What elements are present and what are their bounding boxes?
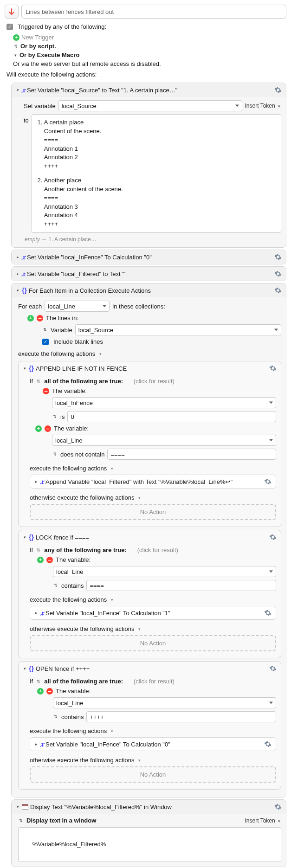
triggered-checkbox[interactable]: ✓: [6, 24, 13, 30]
braces-icon: {}: [29, 665, 34, 672]
gear-icon[interactable]: [274, 253, 282, 261]
cond-value-input[interactable]: ====: [86, 580, 276, 591]
chevron-down-icon[interactable]: ▾: [110, 729, 114, 733]
gear-icon[interactable]: [269, 533, 277, 541]
add-condition-button[interactable]: +: [37, 688, 44, 694]
chevron-right-icon[interactable]: ▸: [34, 742, 39, 746]
chevron-down-icon[interactable]: ▾: [22, 666, 27, 671]
cond-op[interactable]: is: [60, 413, 65, 420]
variable-name-select[interactable]: local_Source: [58, 100, 242, 111]
click-for-result[interactable]: (click for result): [134, 378, 175, 385]
updown-icon[interactable]: ⇅: [42, 328, 48, 332]
if-condition-mode[interactable]: all of the following are true:: [44, 678, 123, 685]
display-text-input[interactable]: %Variable%local_Filtered%: [18, 827, 281, 862]
sub-action-set-infence-1: ▸ 𝑥 Set Variable "local_InFence" To Calc…: [30, 606, 276, 620]
set-variable-label: Set variable: [24, 103, 56, 109]
cond-op[interactable]: contains: [61, 714, 84, 720]
gear-icon[interactable]: [274, 86, 282, 94]
updown-icon[interactable]: ⇅: [36, 679, 41, 684]
chevron-down-icon[interactable]: ▾: [110, 466, 114, 471]
chevron-right-icon[interactable]: ▸: [15, 271, 20, 276]
cond-op[interactable]: contains: [61, 582, 84, 589]
chevron-down-icon[interactable]: ▾: [137, 495, 142, 500]
cond-value-input[interactable]: ====: [107, 449, 276, 460]
remove-collection-button[interactable]: –: [37, 315, 43, 321]
chevron-down-icon[interactable]: ▾: [13, 53, 18, 58]
remove-condition-button[interactable]: –: [45, 425, 51, 432]
updown-icon[interactable]: ⇅: [36, 548, 41, 553]
chevron-right-icon[interactable]: ▸: [15, 255, 20, 259]
click-for-result[interactable]: (click for result): [137, 547, 178, 553]
loop-variable-select[interactable]: local_Line: [45, 301, 110, 312]
remove-condition-button[interactable]: –: [43, 388, 49, 394]
cond-variable-select[interactable]: local_InFence: [52, 397, 276, 408]
no-action-dropzone[interactable]: No Action: [30, 766, 276, 783]
chevron-down-icon[interactable]: ▾: [15, 288, 20, 293]
gear-icon[interactable]: [269, 664, 277, 673]
add-collection-button[interactable]: +: [27, 315, 34, 321]
gear-icon[interactable]: [264, 609, 272, 617]
display-mode[interactable]: Display text in a window: [26, 817, 96, 824]
chevron-down-icon[interactable]: ▾: [98, 352, 103, 356]
updown-icon[interactable]: ⇅: [53, 714, 58, 719]
gear-icon[interactable]: [274, 286, 282, 295]
action-title: LOCK fence if ====: [36, 534, 89, 541]
insert-token-button[interactable]: Insert Token ▾: [245, 817, 282, 824]
source-variable-select[interactable]: local_Source: [75, 324, 281, 335]
cond-variable-select[interactable]: local_Line: [52, 435, 276, 446]
chevron-down-icon[interactable]: ▾: [22, 535, 27, 540]
updown-icon[interactable]: ⇅: [52, 452, 58, 457]
chevron-down-icon[interactable]: ▾: [22, 366, 27, 371]
the-variable-label: The variable:: [52, 387, 87, 394]
triggered-label: Triggered by any of the following:: [18, 23, 106, 30]
cond-value-input[interactable]: ++++: [86, 711, 276, 722]
insert-token-button[interactable]: Insert Token ▾: [245, 103, 282, 109]
gear-icon[interactable]: [269, 364, 277, 373]
click-for-result[interactable]: (click for result): [134, 678, 175, 685]
updown-icon[interactable]: ⇅: [53, 583, 58, 588]
gear-icon[interactable]: [264, 740, 272, 748]
action-title: For Each Item in a Collection Execute Ac…: [29, 287, 151, 294]
gear-icon[interactable]: [274, 270, 282, 278]
cond-op[interactable]: does not contain: [60, 451, 104, 458]
variable-icon: 𝑥: [40, 740, 44, 748]
action-title: Set Variable "local_Filtered" to Text "": [27, 270, 127, 277]
or-by-script[interactable]: Or by script.: [20, 43, 56, 50]
macro-icon-button[interactable]: [5, 5, 19, 19]
chevron-right-icon[interactable]: ▸: [34, 611, 39, 615]
chevron-down-icon[interactable]: ▾: [137, 758, 142, 763]
chevron-down-icon[interactable]: ▾: [15, 88, 20, 92]
window-icon: [22, 804, 28, 810]
cond-variable-select[interactable]: local_Line: [53, 697, 276, 708]
add-condition-button[interactable]: +: [35, 425, 42, 432]
source-text-input[interactable]: A certain place Content of the scene. ==…: [32, 114, 281, 233]
empty-hint: empty → 1. A certain place…: [24, 234, 281, 243]
no-action-dropzone[interactable]: No Action: [30, 504, 276, 520]
include-blank-checkbox[interactable]: ✓: [42, 339, 49, 345]
braces-icon: {}: [29, 534, 34, 541]
cond-variable-select[interactable]: local_Line: [53, 566, 276, 577]
updown-icon[interactable]: ⇅: [18, 818, 24, 823]
chevron-right-icon[interactable]: ▸: [34, 479, 39, 484]
macro-title-input[interactable]: Lines between fences filtered out: [21, 5, 286, 19]
updown-icon[interactable]: ⇅: [52, 414, 58, 419]
or-by-execute-macro[interactable]: Or by Execute Macro: [19, 51, 79, 58]
add-condition-button[interactable]: +: [37, 557, 44, 563]
if-condition-mode[interactable]: any of the following are true:: [44, 547, 127, 553]
cond-value-input[interactable]: 0: [67, 411, 276, 422]
add-trigger-button[interactable]: +: [13, 34, 19, 41]
if-condition-mode[interactable]: all of the following are true:: [44, 378, 123, 385]
remove-condition-button[interactable]: –: [46, 557, 53, 563]
updown-icon[interactable]: ⇅: [36, 379, 41, 384]
chevron-down-icon[interactable]: ▾: [137, 627, 142, 631]
gear-icon[interactable]: [274, 803, 282, 811]
action-title: APPEND LINE IF NOT IN FENCE: [36, 365, 127, 372]
chevron-down-icon[interactable]: ▾: [15, 804, 20, 809]
no-action-dropzone[interactable]: No Action: [30, 635, 276, 651]
action-title: Set Variable "local_InFence" To Calculat…: [27, 254, 152, 261]
gear-icon[interactable]: [264, 477, 272, 486]
variable-icon: 𝑥: [40, 609, 44, 617]
chevron-down-icon[interactable]: ▾: [110, 598, 114, 602]
remove-condition-button[interactable]: –: [46, 688, 53, 694]
if-open-block: ▾ {} OPEN fence if ++++ If ⇅ all of the …: [18, 661, 281, 790]
